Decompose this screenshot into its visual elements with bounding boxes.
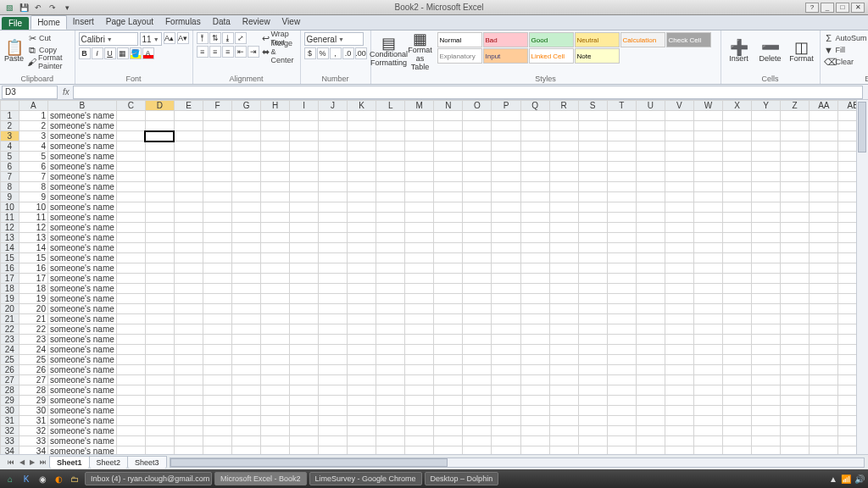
cell[interactable] — [405, 172, 434, 182]
cell[interactable] — [116, 396, 145, 406]
cell[interactable] — [319, 446, 348, 455]
cell[interactable] — [405, 396, 434, 406]
cell[interactable] — [290, 223, 319, 233]
cell[interactable] — [232, 121, 261, 131]
cell[interactable] — [434, 345, 463, 355]
cell[interactable] — [261, 446, 290, 455]
cell[interactable] — [578, 294, 607, 304]
cell[interactable] — [752, 233, 781, 243]
cell[interactable] — [665, 243, 693, 253]
cell[interactable] — [665, 233, 693, 243]
align-center-button[interactable]: ≡ — [209, 46, 221, 58]
cell[interactable] — [145, 284, 174, 294]
cell[interactable] — [145, 111, 174, 121]
cell[interactable] — [290, 426, 319, 436]
cell[interactable] — [348, 152, 376, 162]
cell[interactable] — [781, 141, 810, 152]
cell[interactable] — [376, 243, 405, 253]
cell[interactable] — [319, 213, 348, 223]
cell[interactable] — [232, 213, 261, 223]
cell[interactable] — [636, 243, 665, 253]
cell[interactable] — [463, 314, 492, 324]
align-top-button[interactable]: ⭱ — [197, 32, 209, 44]
cell[interactable] — [319, 406, 348, 416]
cell[interactable] — [232, 355, 261, 365]
cell[interactable] — [261, 152, 290, 162]
cell[interactable] — [232, 294, 261, 304]
style-bad[interactable]: Bad — [483, 32, 528, 47]
cell[interactable] — [693, 111, 722, 121]
col-header-H[interactable]: H — [261, 101, 290, 111]
cell[interactable] — [405, 446, 434, 455]
row-header[interactable]: 26 — [1, 365, 19, 375]
cell[interactable] — [752, 284, 781, 294]
cell[interactable] — [348, 111, 376, 121]
cell[interactable] — [492, 223, 520, 233]
row-header[interactable]: 9 — [1, 192, 19, 202]
cell[interactable] — [145, 426, 174, 436]
cell[interactable] — [549, 213, 578, 223]
cell[interactable] — [463, 131, 492, 141]
cell[interactable] — [520, 274, 549, 284]
cell[interactable] — [463, 304, 492, 314]
row-header[interactable]: 12 — [1, 223, 19, 233]
cell[interactable] — [636, 131, 665, 141]
cell[interactable] — [607, 375, 636, 385]
cell[interactable]: someone's name — [47, 131, 116, 141]
cell[interactable] — [520, 396, 549, 406]
cell[interactable] — [492, 233, 520, 243]
cell[interactable]: someone's name — [47, 355, 116, 365]
cell[interactable] — [492, 141, 520, 152]
cell[interactable] — [116, 355, 145, 365]
cell[interactable] — [752, 416, 781, 426]
cell[interactable] — [752, 426, 781, 436]
cell[interactable]: 5 — [19, 152, 47, 162]
cell[interactable] — [492, 263, 520, 274]
cell[interactable] — [319, 385, 348, 396]
cell[interactable] — [376, 375, 405, 385]
cell[interactable] — [290, 335, 319, 345]
cell[interactable] — [781, 284, 810, 294]
cell[interactable] — [203, 385, 232, 396]
col-header-I[interactable]: I — [290, 101, 319, 111]
cell[interactable] — [636, 304, 665, 314]
cell[interactable] — [781, 406, 810, 416]
cell[interactable] — [376, 284, 405, 294]
cell[interactable] — [405, 111, 434, 121]
cell[interactable]: someone's name — [47, 274, 116, 284]
cell[interactable]: 10 — [19, 202, 47, 213]
cell[interactable] — [520, 426, 549, 436]
cell[interactable] — [348, 141, 376, 152]
cell[interactable] — [492, 172, 520, 182]
fill-color-button[interactable]: 🪣 — [130, 47, 142, 59]
cell[interactable]: 8 — [19, 182, 47, 192]
row-header[interactable]: 17 — [1, 274, 19, 284]
percent-button[interactable]: % — [317, 47, 329, 59]
cell[interactable] — [174, 192, 203, 202]
cell[interactable] — [549, 274, 578, 284]
col-header-R[interactable]: R — [549, 101, 578, 111]
row-header[interactable]: 15 — [1, 253, 19, 263]
cell[interactable] — [376, 446, 405, 455]
cell[interactable] — [549, 436, 578, 446]
cell[interactable] — [665, 253, 693, 263]
cell[interactable] — [261, 111, 290, 121]
cell[interactable] — [290, 324, 319, 335]
cell[interactable] — [810, 131, 838, 141]
cell[interactable] — [116, 294, 145, 304]
cell[interactable] — [578, 365, 607, 375]
sheet-tab-sheet2[interactable]: Sheet2 — [89, 456, 129, 469]
style-normal[interactable]: Normal — [437, 32, 482, 47]
cell[interactable] — [752, 243, 781, 253]
cell[interactable] — [549, 355, 578, 365]
col-header-F[interactable]: F — [203, 101, 232, 111]
cell[interactable] — [376, 416, 405, 426]
cell[interactable] — [145, 172, 174, 182]
cell[interactable] — [376, 182, 405, 192]
cell[interactable] — [434, 324, 463, 335]
style-note[interactable]: Note — [575, 48, 620, 64]
cell[interactable] — [665, 324, 693, 335]
cell[interactable] — [810, 314, 838, 324]
cell[interactable]: someone's name — [47, 426, 116, 436]
cell[interactable]: 11 — [19, 213, 47, 223]
